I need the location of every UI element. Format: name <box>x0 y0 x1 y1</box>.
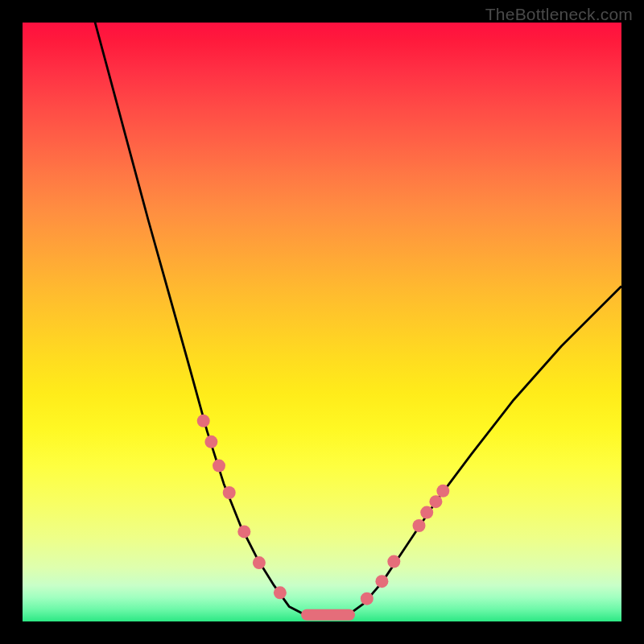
data-marker <box>204 436 217 448</box>
data-marker <box>375 575 388 588</box>
markers-group <box>197 415 450 621</box>
data-marker <box>429 495 442 508</box>
data-marker <box>197 415 210 427</box>
data-marker <box>274 586 287 599</box>
data-marker <box>387 555 400 568</box>
data-marker <box>223 486 236 499</box>
chart-root: TheBottleneck.com <box>0 0 644 644</box>
curve-group <box>85 23 621 616</box>
watermark-text: TheBottleneck.com <box>485 5 633 24</box>
data-marker <box>436 485 449 497</box>
data-marker <box>237 525 250 538</box>
data-marker <box>253 556 266 569</box>
bottom-marker-bar <box>301 609 355 621</box>
chart-svg <box>23 23 621 621</box>
data-marker <box>413 519 426 532</box>
bottleneck-curve <box>85 23 621 616</box>
data-marker <box>420 506 433 519</box>
data-marker <box>361 592 374 605</box>
data-marker <box>213 460 225 473</box>
